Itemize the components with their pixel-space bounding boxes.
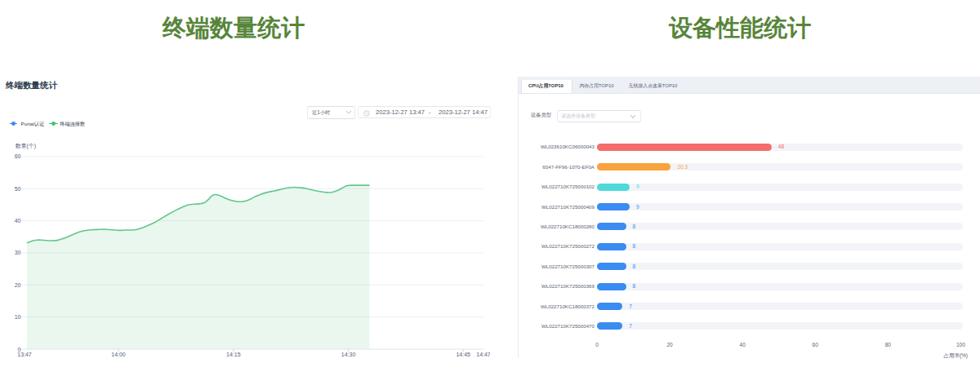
svg-text:60: 60 [15,153,21,159]
svg-text:14:45: 14:45 [456,352,470,357]
svg-text:14:30: 14:30 [341,352,356,357]
svg-text:40: 40 [15,218,21,224]
svg-text:13:47: 13:47 [17,352,32,357]
svg-text:20: 20 [15,282,21,288]
svg-text:14:47: 14:47 [476,352,490,357]
svg-text:10: 10 [15,314,21,320]
svg-text:30: 30 [15,250,21,255]
svg-text:50: 50 [15,186,21,192]
svg-text:14:15: 14:15 [226,352,241,357]
svg-text:14:00: 14:00 [111,352,126,357]
